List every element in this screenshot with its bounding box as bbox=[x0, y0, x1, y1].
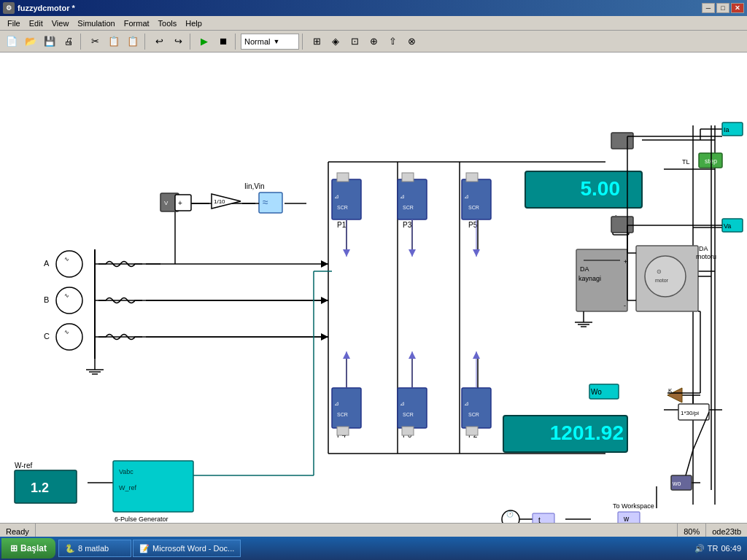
iin-vin-label: Iin,Vin bbox=[244, 182, 265, 190]
toolbar: 📄 📂 💾 🖨 ✂ 📋 📋 ↩ ↪ ▶ ⏹ Normal ▼ ⊞ ◈ ⊡ ⊕ ⇧… bbox=[0, 31, 747, 52]
svg-text:🕐: 🕐 bbox=[506, 510, 514, 518]
svg-rect-143 bbox=[402, 173, 414, 182]
cut-button[interactable]: ✂ bbox=[86, 34, 104, 50]
dropdown-arrow: ▼ bbox=[273, 38, 279, 45]
restore-button[interactable]: □ bbox=[716, 3, 729, 13]
menu-edit[interactable]: Edit bbox=[25, 18, 47, 29]
matlab-label: 8 matlab bbox=[78, 544, 109, 553]
svg-text:t: t bbox=[538, 516, 541, 523]
svg-rect-67 bbox=[332, 388, 361, 428]
sim-mode-value: Normal bbox=[244, 37, 270, 46]
svg-text:+: + bbox=[178, 199, 182, 207]
menu-file[interactable]: File bbox=[3, 18, 25, 29]
p1-label: P1 bbox=[337, 221, 347, 229]
tb-btn-extra6[interactable]: ⊗ bbox=[403, 34, 420, 50]
svg-text:SCR: SCR bbox=[403, 205, 414, 210]
svg-point-40 bbox=[56, 251, 82, 277]
copy-button[interactable]: 📋 bbox=[105, 34, 123, 50]
menu-simulation[interactable]: Simulation bbox=[73, 18, 119, 29]
sep1 bbox=[80, 34, 83, 50]
to-workspace-label: To Workspace bbox=[613, 502, 654, 510]
svg-text:SCR: SCR bbox=[337, 412, 348, 417]
svg-text:⊙: ⊙ bbox=[657, 268, 662, 275]
svg-text:⊿: ⊿ bbox=[464, 400, 469, 407]
phase-c-label: C bbox=[44, 332, 50, 341]
svg-text:SCR: SCR bbox=[468, 205, 479, 210]
svg-rect-145 bbox=[337, 427, 349, 435]
redo-button[interactable]: ↪ bbox=[169, 34, 187, 50]
stop-button[interactable]: ⏹ bbox=[214, 34, 232, 50]
p3-label: P3 bbox=[403, 221, 412, 229]
svg-rect-70 bbox=[398, 388, 427, 428]
play-button[interactable]: ▶ bbox=[196, 34, 213, 50]
svg-text:1/10: 1/10 bbox=[214, 198, 225, 205]
sep2 bbox=[144, 34, 147, 50]
title-bar: ⚙ fuzzydcmotor * ─ □ ✕ bbox=[0, 0, 747, 16]
tb-btn-extra2[interactable]: ◈ bbox=[327, 34, 344, 50]
open-button[interactable]: 📂 bbox=[22, 34, 39, 50]
ia-label: Ia bbox=[724, 126, 729, 133]
save-button[interactable]: 💾 bbox=[41, 34, 58, 50]
window-title: fuzzydcmotor * bbox=[18, 4, 75, 12]
svg-rect-144 bbox=[466, 173, 478, 182]
app-icon: ⚙ bbox=[3, 2, 15, 14]
menu-format[interactable]: Format bbox=[120, 18, 154, 29]
print-button[interactable]: 🖨 bbox=[60, 34, 77, 50]
tray-network-icon: 🔊 bbox=[694, 544, 705, 553]
svg-rect-125 bbox=[611, 133, 633, 149]
svg-text:V: V bbox=[164, 200, 169, 206]
paste-button[interactable]: 📋 bbox=[124, 34, 142, 50]
wo-workspace-label: wo bbox=[672, 480, 681, 487]
svg-text:DA: DA bbox=[580, 265, 589, 273]
svg-rect-0 bbox=[0, 52, 747, 523]
gen-label1: 6-Pulse Generator bbox=[115, 516, 169, 523]
close-button[interactable]: ✕ bbox=[731, 3, 744, 13]
tb-btn-extra5[interactable]: ⇧ bbox=[384, 34, 401, 50]
svg-text:⊿: ⊿ bbox=[334, 400, 339, 407]
svg-text:≈: ≈ bbox=[263, 196, 268, 208]
taskbar-items: 🐍 8 matlab 📝 Microsoft Word - Doc... bbox=[55, 540, 689, 557]
tl-label: TL bbox=[682, 158, 690, 166]
svg-rect-142 bbox=[337, 173, 349, 182]
start-button[interactable]: ⊞ Başlat bbox=[1, 538, 55, 559]
svg-text:⊿: ⊿ bbox=[464, 193, 469, 200]
svg-text:∿: ∿ bbox=[64, 329, 69, 335]
sim-mode-dropdown[interactable]: Normal ▼ bbox=[241, 34, 299, 50]
diagram-canvas: ∿ ∿ ∿ A B C V + 1/10 ≈ Iin,Vin ⊿ SCR P1 bbox=[0, 52, 747, 523]
menu-bar: File Edit View Simulation Format Tools H… bbox=[0, 16, 747, 31]
svg-text:SCR: SCR bbox=[337, 205, 348, 210]
phase-b-label: B bbox=[44, 295, 49, 304]
minimize-button[interactable]: ─ bbox=[702, 3, 715, 13]
svg-rect-126 bbox=[611, 217, 633, 233]
svg-text:SCR: SCR bbox=[403, 412, 414, 417]
sep4 bbox=[235, 34, 238, 50]
svg-text:∿: ∿ bbox=[64, 256, 69, 262]
menu-view[interactable]: View bbox=[47, 18, 74, 29]
tray-lang: TR bbox=[708, 544, 719, 553]
word-icon: 📝 bbox=[139, 544, 150, 553]
menu-help[interactable]: Help bbox=[181, 18, 206, 29]
tb-btn-extra4[interactable]: ⊕ bbox=[365, 34, 382, 50]
display-1201: 1201.92 bbox=[550, 421, 624, 444]
taskbar-tray: 🔊 TR 06:49 bbox=[689, 544, 747, 553]
svg-point-44 bbox=[56, 324, 82, 350]
sep5 bbox=[302, 34, 305, 50]
svg-text:⊿: ⊿ bbox=[334, 193, 339, 200]
windows-logo: ⊞ bbox=[10, 543, 18, 553]
display-5: 5.00 bbox=[581, 177, 621, 200]
svg-text:W_ref: W_ref bbox=[119, 484, 137, 491]
undo-button[interactable]: ↩ bbox=[150, 34, 168, 50]
taskbar-item-matlab[interactable]: 🐍 8 matlab bbox=[58, 540, 131, 557]
va-label: Va bbox=[724, 222, 731, 230]
matlab-icon: 🐍 bbox=[65, 544, 75, 553]
taskbar-item-word[interactable]: 📝 Microsoft Word - Doc... bbox=[133, 540, 241, 557]
svg-rect-146 bbox=[402, 427, 414, 435]
svg-rect-147 bbox=[466, 427, 478, 435]
menu-tools[interactable]: Tools bbox=[154, 18, 182, 29]
window-controls: ─ □ ✕ bbox=[702, 3, 744, 13]
new-button[interactable]: 📄 bbox=[3, 34, 20, 50]
svg-text:SCR: SCR bbox=[468, 412, 479, 417]
tray-time: 06:49 bbox=[721, 544, 741, 553]
tb-btn-extra1[interactable]: ⊞ bbox=[308, 34, 325, 50]
tb-btn-extra3[interactable]: ⊡ bbox=[346, 34, 363, 50]
